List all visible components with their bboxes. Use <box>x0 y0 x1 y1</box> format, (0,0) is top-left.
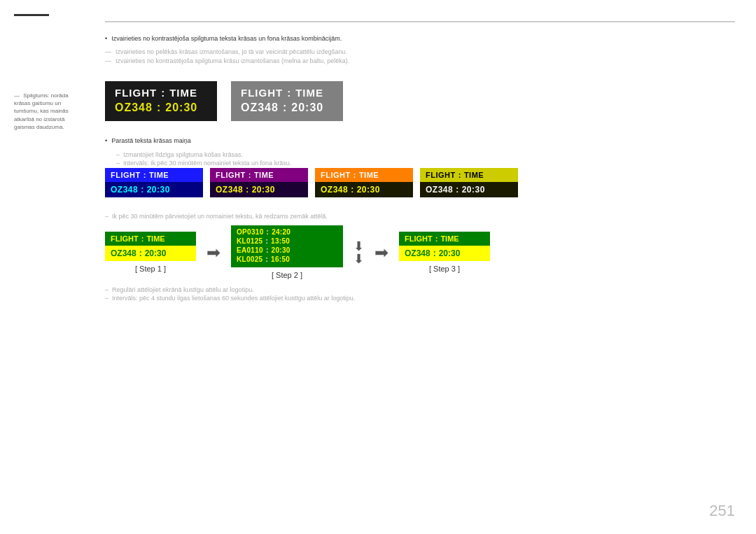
board-gray: FLIGHT : TIME OZ348 : 20:30 <box>231 81 343 121</box>
step1-colon1: : <box>141 234 144 243</box>
board1-label2: TIME <box>169 87 197 99</box>
arrow-right-icon-1: ➡ <box>206 243 220 262</box>
sidebar-text: — Spilgtums: norāda krāsas gaišumu un tu… <box>14 92 84 131</box>
step1-board: FLIGHT : TIME OZ348 : 20:30 <box>105 232 196 261</box>
blue-bot-time: 20:30 <box>147 185 170 195</box>
blue-top-label1: FLIGHT <box>111 171 141 179</box>
sidebar: — Spilgtums: norāda krāsas gaišumu un tu… <box>0 0 91 534</box>
arrow-down-2: ⬇ <box>354 253 364 265</box>
top-divider <box>105 21 735 22</box>
step1-top2: TIME <box>146 234 164 243</box>
colored-boards-row: FLIGHT : TIME OZ348 : 20:30 FLIGHT : <box>105 168 735 197</box>
colored-boards-section: Parastā teksta krāsas maiņa Izmantojiet … <box>105 137 735 203</box>
board2-label1: FLIGHT <box>241 87 283 99</box>
sub-dash-1: Izmantojiet līdzīga spilgtuma košas krās… <box>116 151 735 158</box>
main-bullets: Izvairieties no kontrastējoša spilgtuma … <box>105 35 735 44</box>
arrow-down-1: ⬇ <box>354 240 364 253</box>
orange-top-label1: FLIGHT <box>321 171 351 179</box>
double-arrow-icon: ⬇ ⬇ <box>354 240 364 265</box>
step2-f2-colon: : <box>265 237 268 245</box>
purple-top-label2: TIME <box>254 171 274 179</box>
main-content: Izvairieties no kontrastējoša spilgtuma … <box>91 0 756 534</box>
step2-f3-colon: : <box>266 246 269 254</box>
step2-f4-colon: : <box>265 255 268 263</box>
board-blue: FLIGHT : TIME OZ348 : 20:30 <box>105 168 203 197</box>
purple-bot-colon: : <box>246 185 249 195</box>
board2-code: OZ348 <box>241 101 279 114</box>
screensaver-dash-1: Regulāri attēlojiet ekrānā kustīgu attēl… <box>105 286 735 293</box>
board1-time: 20:30 <box>165 101 197 114</box>
bullet-item-1: Izvairieties no kontrastējoša spilgtuma … <box>105 35 735 42</box>
board2-time: 20:30 <box>291 101 323 114</box>
step-section: Ik pēc 30 minūtēm pārvietojiet un nomain… <box>105 213 735 303</box>
step2-f4-time: 16:50 <box>271 255 290 263</box>
board-yellow: FLIGHT : TIME OZ348 : 20:30 <box>420 168 518 197</box>
board2-colon2: : <box>283 101 287 114</box>
step3-time: 20:30 <box>439 248 461 258</box>
yellow-top-label2: TIME <box>464 171 484 179</box>
purple-top-colon: : <box>248 171 251 179</box>
step3-colon1: : <box>435 234 438 243</box>
step2-board: OP0310 : 24:20 KL0125 : 13:50 EA0110 : <box>231 225 343 267</box>
board-purple: FLIGHT : TIME OZ348 : 20:30 <box>210 168 308 197</box>
arrow-right-icon-2: ➡ <box>374 243 388 262</box>
step3-colon2: : <box>433 248 436 258</box>
strikethrough-bullets: Izvairieties no pelēkās krāsas izmantoša… <box>105 48 735 66</box>
step1-colon2: : <box>139 248 142 258</box>
orange-top-label2: TIME <box>359 171 379 179</box>
step1-item: FLIGHT : TIME OZ348 : 20:30 [ Step 1 ] <box>105 232 196 273</box>
step2-f1-colon: : <box>267 228 270 236</box>
yellow-bot-time: 20:30 <box>462 185 485 195</box>
step2-f3-code: EA0110 <box>237 246 263 254</box>
purple-top-label1: FLIGHT <box>216 171 246 179</box>
step2-f4-code: KL0025 <box>237 255 262 263</box>
dash-item-2: Izvairieties no kontrastējoša spilgtuma … <box>105 57 735 64</box>
blue-top-colon: : <box>144 171 146 179</box>
board1-label1: FLIGHT <box>115 87 157 99</box>
blue-top-label2: TIME <box>149 171 169 179</box>
step3-top2: TIME <box>440 234 458 243</box>
step3-item: FLIGHT : TIME OZ348 : 20:30 [ Step 3 ] <box>399 232 490 273</box>
board2-label2: TIME <box>295 87 323 99</box>
step2-f3-time: 20:30 <box>272 246 290 254</box>
sub-dash-list: Izmantojiet līdzīga spilgtuma košas krās… <box>105 151 735 167</box>
sidebar-bar <box>14 14 49 16</box>
dash-item-1: Izvairieties no pelēkās krāsas izmantoša… <box>105 48 735 55</box>
step1-top1: FLIGHT <box>111 234 139 243</box>
step3-code: OZ348 <box>405 248 430 258</box>
board-orange: FLIGHT : TIME OZ348 : 20:30 <box>315 168 413 197</box>
board1-colon2: : <box>157 101 161 114</box>
board-black: FLIGHT : TIME OZ348 : 20:30 <box>105 81 217 121</box>
step3-label: [ Step 3 ] <box>429 265 460 273</box>
step1-label: [ Step 1 ] <box>135 265 166 273</box>
step1-time: 20:30 <box>145 248 167 258</box>
step1-code: OZ348 <box>111 248 136 258</box>
orange-bot-code: OZ348 <box>321 185 348 195</box>
step2-f1-code: OP0310 <box>237 228 264 236</box>
board1-colon1: : <box>161 87 165 99</box>
blue-bot-colon: : <box>141 185 144 195</box>
step2-label: [ Step 2 ] <box>272 271 302 279</box>
board1-code: OZ348 <box>115 101 153 114</box>
step2-f2-code: KL0125 <box>237 237 262 245</box>
step2-f2-time: 13:50 <box>271 237 290 245</box>
page-number: 251 <box>709 502 735 520</box>
orange-bot-colon: : <box>351 185 354 195</box>
step3-board: FLIGHT : TIME OZ348 : 20:30 <box>399 232 490 261</box>
purple-bot-time: 20:30 <box>252 185 275 195</box>
board2-colon1: : <box>287 87 291 99</box>
step-dash-text: Ik pēc 30 minūtēm pārvietojiet un nomain… <box>105 213 735 220</box>
step3-top1: FLIGHT <box>405 234 433 243</box>
sub-dash-2: Intervāls: Ik pēc 30 minūtēm nomainiet t… <box>116 160 735 167</box>
orange-top-colon: : <box>354 171 356 179</box>
screensaver-list: Regulāri attēlojiet ekrānā kustīgu attēl… <box>105 286 735 302</box>
main-boards-row: FLIGHT : TIME OZ348 : 20:30 FLIGHT : TIM… <box>105 81 735 121</box>
sub-bullets: Parastā teksta krāsas maiņa <box>105 137 735 144</box>
orange-bot-time: 20:30 <box>357 185 380 195</box>
purple-bot-code: OZ348 <box>216 185 243 195</box>
yellow-top-colon: : <box>458 171 461 179</box>
steps-row: FLIGHT : TIME OZ348 : 20:30 [ Step 1 ] ➡ <box>105 225 735 279</box>
screensaver-dash-2: Intervāls: pēc 4 stundu ilgas lietošanas… <box>105 295 735 302</box>
blue-bot-code: OZ348 <box>111 185 138 195</box>
step2-f1-time: 24:20 <box>272 228 290 236</box>
